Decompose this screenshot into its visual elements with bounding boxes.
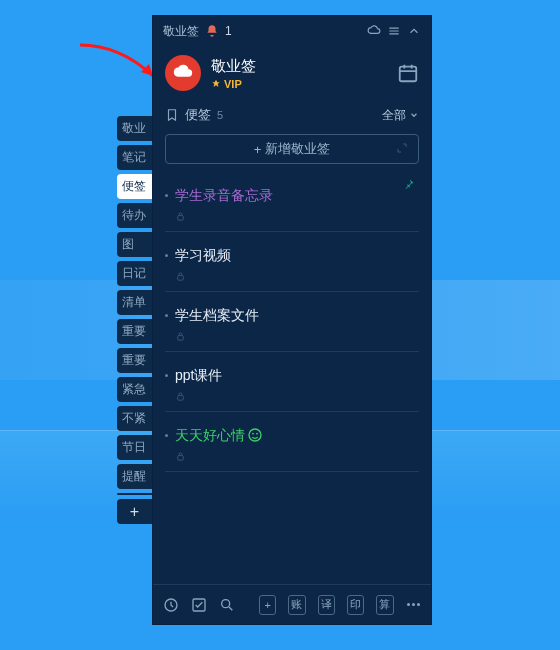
chevron-down-icon <box>409 110 419 120</box>
smiley-icon <box>247 427 263 443</box>
note-title: 学习视频 <box>175 246 413 264</box>
note-title-text: 天天好心情 <box>175 426 245 444</box>
notification-count: 1 <box>225 24 232 38</box>
svg-rect-4 <box>178 396 184 401</box>
sidetab-label: 日记 <box>122 265 146 282</box>
checkbox-icon[interactable] <box>191 596 207 614</box>
sidetab-6[interactable]: 清单 <box>117 290 152 315</box>
sidetab-label: 清单 <box>122 294 146 311</box>
cloud-sync-icon[interactable] <box>367 24 381 38</box>
sidetab-8[interactable]: 重要 <box>117 348 152 373</box>
lock-icon <box>175 391 186 402</box>
svg-point-7 <box>256 433 258 435</box>
sidetab-label: 笔记 <box>122 149 146 166</box>
account-button[interactable]: 账 <box>288 595 305 615</box>
vip-badge: VIP <box>211 78 256 90</box>
sidetab-4[interactable]: 图 <box>117 232 152 257</box>
category-label[interactable]: 便签 <box>185 106 211 124</box>
sidetab-label: 待办 <box>122 207 146 224</box>
add-note-label: 新增敬业签 <box>265 140 330 158</box>
note-title: 天天好心情 <box>175 426 413 444</box>
sidetab-0[interactable]: 敬业 <box>117 116 152 141</box>
sidetab-7[interactable]: 重要 <box>117 319 152 344</box>
plus-icon: + <box>254 142 262 157</box>
add-box-icon[interactable]: + <box>259 595 276 615</box>
sidetab-label: 紧急 <box>122 381 146 398</box>
sidetab-9[interactable]: 紧急 <box>117 377 152 402</box>
note-item[interactable]: 学生录音备忘录 <box>165 172 419 232</box>
sidetab-3[interactable]: 待办 <box>117 203 152 228</box>
sidetab-label: 敬业 <box>122 120 146 137</box>
svg-rect-3 <box>178 336 184 341</box>
svg-rect-8 <box>178 456 184 461</box>
note-meta <box>175 390 413 405</box>
calc-button[interactable]: 算 <box>376 595 393 615</box>
menu-icon[interactable] <box>387 24 401 38</box>
notification-bell-icon[interactable] <box>205 24 219 38</box>
app-logo[interactable] <box>165 55 201 91</box>
vip-label: VIP <box>224 78 242 90</box>
filter-label: 全部 <box>382 107 406 124</box>
note-title: 学生档案文件 <box>175 306 413 324</box>
sidetab-label: 便签 <box>122 178 146 195</box>
category-header: 便签 5 全部 <box>153 100 431 130</box>
sidetab-12[interactable]: 提醒 <box>117 464 152 489</box>
sidetab-label: 节日 <box>122 439 146 456</box>
app-title: 敬业签 <box>211 57 256 76</box>
svg-rect-2 <box>178 276 184 281</box>
sidetab-label: 提醒 <box>122 468 146 485</box>
note-meta <box>175 450 413 465</box>
sidetab-5[interactable]: 日记 <box>117 261 152 286</box>
history-icon[interactable] <box>163 596 179 614</box>
sidetab-2[interactable]: 便签 <box>117 174 152 199</box>
note-item[interactable]: 学习视频 <box>165 232 419 292</box>
svg-rect-0 <box>400 67 417 82</box>
search-icon[interactable] <box>219 596 235 614</box>
category-count: 5 <box>217 109 223 121</box>
translate-button[interactable]: 译 <box>318 595 335 615</box>
lock-icon <box>175 331 186 342</box>
note-title: 学生录音备忘录 <box>175 186 413 204</box>
lock-icon <box>175 211 186 222</box>
sidetab-divider <box>117 493 152 495</box>
sidetab-1[interactable]: 笔记 <box>117 145 152 170</box>
svg-rect-1 <box>178 216 184 221</box>
bookmark-icon <box>165 108 179 122</box>
note-item[interactable]: 学生档案文件 <box>165 292 419 352</box>
bottom-toolbar: + 账 译 印 算 <box>153 584 431 624</box>
sidetab-11[interactable]: 节日 <box>117 435 152 460</box>
titlebar-app-name: 敬业签 <box>163 23 199 40</box>
more-icon[interactable] <box>406 596 421 614</box>
sidetab-label: 重要 <box>122 352 146 369</box>
app-window: 敬业签 1 敬业签 VIP <box>152 15 432 625</box>
svg-point-6 <box>252 433 254 435</box>
note-item[interactable]: ppt课件 <box>165 352 419 412</box>
svg-point-5 <box>249 429 261 441</box>
note-meta <box>175 270 413 285</box>
note-title: ppt课件 <box>175 366 413 384</box>
note-item[interactable]: 天天好心情 <box>165 412 419 472</box>
note-meta <box>175 210 413 225</box>
side-tabs: 敬业 笔记 便签 待办 图 日记 清单 重要 重要 紧急 不紧 节日 提醒 + <box>117 116 152 524</box>
note-meta <box>175 330 413 345</box>
sidetab-add[interactable]: + <box>117 499 152 524</box>
expand-icon <box>396 142 408 157</box>
svg-point-11 <box>222 599 230 607</box>
print-button[interactable]: 印 <box>347 595 364 615</box>
add-note-button[interactable]: + 新增敬业签 <box>165 134 419 164</box>
collapse-icon[interactable] <box>407 24 421 38</box>
filter-all[interactable]: 全部 <box>382 107 419 124</box>
sidetab-label: 不紧 <box>122 410 146 427</box>
sidetab-10[interactable]: 不紧 <box>117 406 152 431</box>
titlebar: 敬业签 1 <box>153 16 431 46</box>
sidetab-label: 重要 <box>122 323 146 340</box>
calendar-icon[interactable] <box>397 62 419 84</box>
sidetab-label: 图 <box>122 236 134 253</box>
notes-list: 学生录音备忘录 学习视频 学生档案文件 ppt课件 天天好心情 <box>153 172 431 584</box>
lock-icon <box>175 271 186 282</box>
lock-icon <box>175 451 186 462</box>
app-header: 敬业签 VIP <box>153 46 431 100</box>
